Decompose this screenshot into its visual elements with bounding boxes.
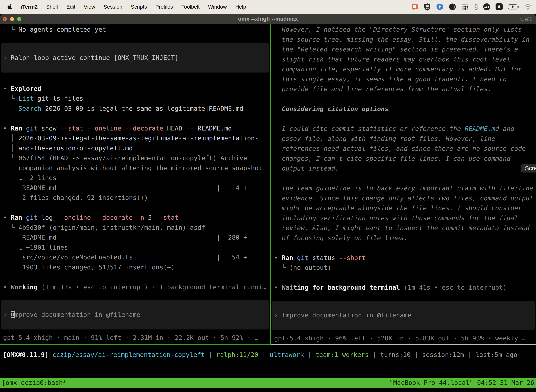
menu-items: iTerm2ShellEditViewSessionScriptsProfile…	[21, 4, 254, 10]
terminal-line: └ List git ls-files	[0, 93, 270, 104]
terminal-line: this single essay, it seems like a good …	[271, 74, 536, 84]
terminal-line: Considering citation options	[271, 104, 536, 114]
terminal-line: • Explored	[0, 84, 270, 94]
terminal-line: 1903 files changed, 513517 insertions(+)	[0, 262, 270, 272]
menu-item-view[interactable]: View	[84, 4, 95, 10]
terminal-line: • Waiting for background terminal (1m 41…	[271, 283, 536, 293]
blue-bolt-icon[interactable]	[436, 3, 444, 11]
menu-item-shell[interactable]: Shell	[46, 4, 58, 10]
terminal-pane-right[interactable]: However, I noticed the "Directory Struct…	[271, 24, 536, 344]
dots-grid-icon[interactable]	[461, 3, 469, 11]
terminal-line	[271, 173, 536, 183]
terminal-line: evidence. Since this change only affects…	[271, 193, 536, 203]
squiggle-icon[interactable]: §	[474, 3, 478, 11]
terminal-line: 2 files changed, 92 insertions(+)	[0, 193, 270, 203]
terminal-line: • Ran git log --oneline --decorate -n 5 …	[0, 213, 270, 223]
terminal-line: including verification notes with those …	[271, 213, 536, 223]
pane-divider-vertical[interactable]	[270, 24, 271, 344]
terminal-line: • Ran git show --stat --oneline --decora…	[0, 123, 270, 134]
terminal-line: companion file, especially if more comme…	[271, 64, 536, 74]
input-box[interactable]: › Improve documentation in @filename	[1, 300, 269, 330]
menu-item-profiles[interactable]: Profiles	[155, 4, 173, 10]
terminal-line: … +2 lines	[0, 173, 270, 183]
window-title: omx --xhigh --madmax	[0, 16, 536, 22]
keyboard-a-icon[interactable]: A	[496, 3, 502, 10]
terminal-pane-left[interactable]: └ No agents completed yet› Ralph loop ac…	[0, 24, 270, 344]
terminal-line: gpt-5.4 xhigh · main · 91% left · 2.31M …	[0, 333, 270, 343]
terminal-line	[271, 94, 536, 104]
terminal-line: README.md | 4 +	[0, 183, 270, 193]
terminal-line: │ 2026-03-09-is-legal-the-same-as-legiti…	[0, 133, 270, 143]
terminal-line: └ No agents completed yet	[0, 25, 270, 35]
wifi-icon[interactable]	[524, 3, 532, 11]
crescent-icon[interactable]	[449, 3, 456, 11]
menu-item-edit[interactable]: Edit	[66, 4, 76, 10]
terminal-line: └ 067f154 (HEAD -> essay/ai-reimplementa…	[0, 153, 270, 163]
terminal-line: output instead.	[271, 163, 536, 173]
terminal-line	[0, 113, 270, 123]
terminal-line: gpt-5.4 xhigh · 96% left · 520K in · 5.8…	[271, 333, 536, 343]
terminal-line	[271, 243, 536, 253]
menu-item-help[interactable]: Help	[235, 4, 246, 10]
terminal-line: The team guideline is to back every impo…	[271, 183, 536, 193]
terminal-line: companion analysis without altering the …	[0, 163, 270, 173]
terminal-line: │ and-the-erosion-of-copyleft.md	[0, 143, 270, 153]
menu-item-scripts[interactable]: Scripts	[131, 4, 147, 10]
omx-status-line: [OMX#0.11.9] cczip/essay/ai-reimplementa…	[0, 345, 536, 378]
terminal-line	[271, 114, 536, 124]
tmux-status-bar: [omx-cczip0:bash* "MacBook-Pro-44.local"…	[0, 378, 536, 387]
screen-share-icon[interactable]	[411, 3, 419, 11]
window-title-bar[interactable]: omx --xhigh --madmax ⌥⌘1	[0, 14, 536, 24]
terminal-line: README.md | 280 +	[0, 233, 270, 243]
terminal-line: However, I noticed the "Directory Struct…	[271, 25, 536, 35]
shield-grid-icon[interactable]	[424, 3, 431, 11]
badge-61-icon[interactable]: ..61	[483, 3, 490, 10]
terminal-line: Search 2026-03-09-is-legal-the-same-as-l…	[0, 104, 270, 114]
terminal-line: slight risk that future readers may over…	[271, 54, 536, 65]
menu-bar: iTerm2ShellEditViewSessionScriptsProfile…	[0, 0, 536, 14]
terminal-line	[271, 273, 536, 283]
input-box[interactable]: › Improve documentation in @filename	[272, 301, 535, 330]
tmux-session-label: [omx-cczip0:bash*	[2, 379, 67, 386]
input-box[interactable]: › Ralph loop active continue [OMX_TMUX_I…	[1, 43, 269, 73]
terminal-line: of focusing solely on file lines.	[271, 233, 536, 243]
terminal-line: I could cite commit statistics or refere…	[271, 124, 536, 134]
terminal-line: essay file, along with finding root file…	[271, 134, 536, 144]
terminal-line	[0, 272, 270, 282]
screen-overlay-label: Scre	[525, 165, 536, 172]
battery-icon[interactable]	[508, 3, 519, 11]
terminal-line: • Working (11m 13s • esc to interrupt) ·…	[0, 282, 270, 292]
iterm2-window: omx --xhigh --madmax ⌥⌘1 └ No agents com…	[0, 14, 536, 392]
window-shortcut-badge: ⌥⌘1	[518, 16, 532, 22]
terminal-line: review. Also, I might want to inspect th…	[271, 223, 536, 233]
terminal-line: the "Related research writing" section i…	[271, 44, 536, 54]
menu-bar-left: iTerm2ShellEditViewSessionScriptsProfile…	[0, 3, 254, 10]
screen-overlay-tooltip[interactable]: Scre	[521, 164, 536, 173]
terminal-line	[0, 203, 270, 213]
terminal-line: └ (no output)	[271, 263, 536, 273]
terminal-line: the source tree, missing the essay. Stil…	[271, 35, 536, 45]
terminal-line: might be acceptable alongside the file l…	[271, 203, 536, 213]
menu-item-iterm2[interactable]: iTerm2	[21, 4, 38, 10]
apple-menu-icon[interactable]	[7, 3, 13, 10]
menu-item-toolbelt[interactable]: Toolbelt	[182, 4, 200, 10]
terminal-line: … +1901 lines	[0, 243, 270, 252]
terminal-line: provide file and line references from th…	[271, 84, 536, 94]
terminal-line: • Ran git status --short	[271, 253, 536, 263]
terminal-line: changes, I can't cite specific file line…	[271, 154, 536, 164]
menu-item-session[interactable]: Session	[104, 4, 122, 10]
menu-bar-status-icons: § ..61 A	[411, 3, 536, 11]
terminal-line: src/voice/voiceModeEnabled.ts | 54 +	[0, 252, 270, 262]
tmux-host-clock-label: "MacBook-Pro-44.local" 04:52 31-Mar-26	[389, 379, 534, 386]
terminal-line: └ 4b9d30f (origin/main, instructkr/main,…	[0, 223, 270, 233]
menu-item-window[interactable]: Window	[208, 4, 227, 10]
terminal-line: references need actual files, and since …	[271, 144, 536, 154]
